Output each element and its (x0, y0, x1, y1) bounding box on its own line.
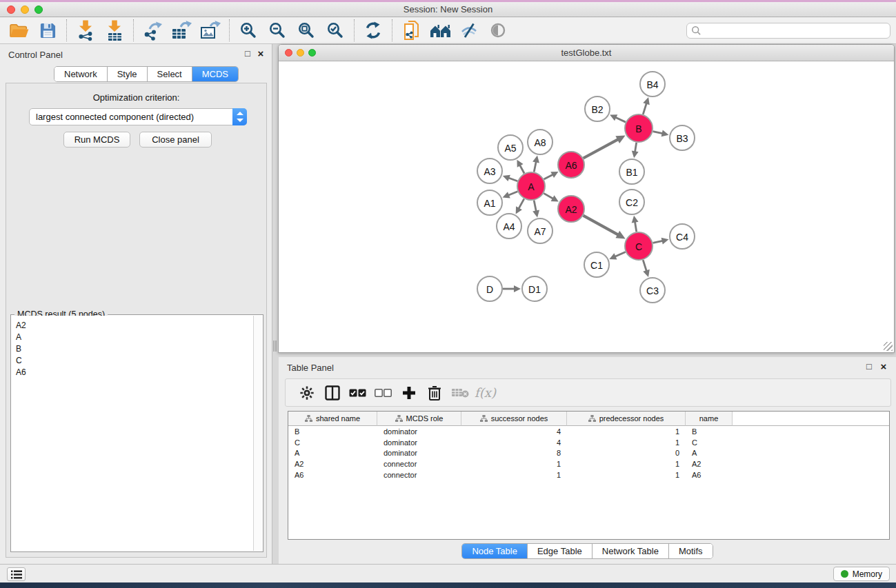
node-B[interactable]: B (625, 114, 653, 142)
cell-predecessor-nodes[interactable]: 1 (567, 427, 686, 436)
refresh-view-button[interactable] (359, 18, 388, 43)
edge-A-A2[interactable] (544, 193, 558, 201)
export-table-button[interactable] (167, 18, 196, 43)
edge-A-A8[interactable] (532, 156, 539, 172)
cell-predecessor-nodes[interactable]: 1 (567, 460, 686, 468)
cell-shared-name[interactable]: A2 (288, 460, 377, 468)
column-header-predecessor-nodes[interactable]: predecessor nodes (567, 412, 686, 426)
column-header-successor-nodes[interactable]: successor nodes (461, 412, 567, 426)
table-tab-motifs[interactable]: Motifs (669, 544, 713, 558)
show-view-button[interactable] (484, 18, 512, 43)
cell-name[interactable]: B (686, 427, 733, 436)
clone-network-button[interactable] (397, 18, 426, 43)
hide-panel-button[interactable] (455, 18, 484, 43)
result-scrollbar[interactable] (253, 316, 262, 551)
panel-splitter-grip[interactable] (273, 341, 277, 352)
cell-predecessor-nodes[interactable]: 1 (567, 438, 686, 447)
cell-name[interactable]: A2 (686, 460, 733, 468)
search-field[interactable] (686, 23, 890, 39)
select-all-rows-button[interactable] (345, 380, 370, 405)
cell-successor-nodes[interactable]: 4 (461, 427, 567, 436)
task-history-button[interactable] (7, 567, 26, 581)
edge-C-C4[interactable] (653, 238, 668, 245)
edge-A-A3[interactable] (503, 175, 518, 181)
node-D[interactable]: D (477, 276, 502, 301)
zoom-in-button[interactable] (234, 18, 263, 43)
table-row[interactable]: A6connector11A6 (288, 469, 889, 480)
main-titlebar[interactable]: Session: New Session (0, 2, 896, 17)
column-header-MCDS-role[interactable]: MCDS role (377, 412, 461, 426)
network-window-titlebar[interactable]: testGlobe.txt (279, 45, 894, 61)
mcds-result-list[interactable]: A2ABCA6 (12, 316, 253, 551)
cell-successor-nodes[interactable]: 4 (461, 438, 567, 447)
delete-column-button[interactable] (421, 380, 447, 405)
table-close-panel-icon[interactable]: × (879, 361, 888, 372)
zoom-fit-button[interactable] (292, 18, 321, 43)
tab-select[interactable]: Select (148, 67, 192, 81)
node-C[interactable]: C (625, 232, 653, 260)
cell-predecessor-nodes[interactable]: 1 (567, 471, 686, 479)
criterion-dropdown[interactable]: largest connected component (directed) (29, 108, 247, 125)
cell-MCDS-role[interactable]: dominator (377, 427, 461, 436)
tab-mcds[interactable]: MCDS (192, 67, 238, 81)
cell-successor-nodes[interactable]: 1 (461, 471, 567, 479)
close-panel-button[interactable]: Close panel (139, 132, 212, 148)
cell-successor-nodes[interactable]: 8 (461, 449, 567, 457)
run-mcds-button[interactable]: Run MCDS (63, 132, 130, 148)
cell-MCDS-role[interactable]: connector (377, 460, 461, 468)
node-A4[interactable]: A4 (497, 214, 521, 239)
delete-table-button[interactable] (447, 380, 472, 405)
cell-name[interactable]: A6 (686, 471, 733, 479)
cell-name[interactable]: A (686, 449, 733, 457)
cell-shared-name[interactable]: B (288, 427, 377, 436)
node-A8[interactable]: A8 (528, 130, 552, 154)
node-B4[interactable]: B4 (640, 72, 665, 97)
table-row[interactable]: Adominator80A (288, 448, 889, 459)
cell-successor-nodes[interactable]: 1 (461, 460, 567, 468)
table-float-panel-icon[interactable]: □ (864, 361, 874, 372)
home-layout-button[interactable] (426, 18, 455, 43)
network-canvas[interactable]: AA1A2A3A4A5A6A7A8BB1B2B3B4CC1C2C3C4DD1 (279, 62, 893, 352)
tab-style[interactable]: Style (108, 67, 148, 81)
node-A[interactable]: A (517, 172, 545, 200)
node-A5[interactable]: A5 (498, 135, 523, 160)
deselect-all-rows-button[interactable] (370, 380, 396, 405)
table-row[interactable]: A2connector11A2 (288, 458, 889, 469)
cell-MCDS-role[interactable]: dominator (377, 438, 461, 447)
import-table-button[interactable] (100, 18, 129, 43)
cell-MCDS-role[interactable]: connector (377, 471, 461, 479)
table-tab-edge-table[interactable]: Edge Table (528, 544, 593, 558)
column-header-name[interactable]: name (686, 412, 733, 426)
table-settings-button[interactable] (294, 380, 319, 405)
create-column-button[interactable] (396, 380, 421, 405)
node-A3[interactable]: A3 (477, 159, 502, 183)
node-C2[interactable]: C2 (619, 190, 644, 214)
table-row[interactable]: Bdominator41B (288, 426, 889, 437)
function-builder-button[interactable]: f(x) (472, 380, 498, 405)
edge-C-C1[interactable] (609, 252, 626, 259)
search-input[interactable] (701, 24, 890, 37)
edge-B-B2[interactable] (610, 114, 626, 122)
memory-button[interactable]: Memory (833, 567, 890, 581)
edge-A-A7[interactable] (532, 201, 539, 218)
tab-network[interactable]: Network (54, 67, 108, 81)
edge-C-C2[interactable] (632, 216, 639, 232)
window-resize-grip[interactable] (884, 342, 893, 351)
zoom-selected-button[interactable] (321, 18, 350, 43)
edge-A-A6[interactable] (544, 172, 559, 179)
table-row[interactable]: Cdominator41C (288, 437, 889, 448)
save-session-button[interactable] (33, 18, 62, 43)
node-B1[interactable]: B1 (619, 159, 644, 184)
node-B2[interactable]: B2 (585, 97, 610, 121)
cell-shared-name[interactable]: A6 (288, 471, 377, 479)
edge-C-C3[interactable] (643, 260, 650, 277)
export-network-button[interactable] (138, 18, 167, 43)
node-A2[interactable]: A2 (558, 196, 584, 222)
cell-predecessor-nodes[interactable]: 0 (567, 449, 686, 457)
node-C3[interactable]: C3 (640, 278, 665, 303)
import-network-button[interactable] (71, 18, 100, 43)
zoom-out-button[interactable] (263, 18, 292, 43)
node-D1[interactable]: D1 (522, 276, 547, 301)
export-image-button[interactable] (196, 18, 225, 43)
edge-B-B1[interactable] (632, 143, 639, 159)
